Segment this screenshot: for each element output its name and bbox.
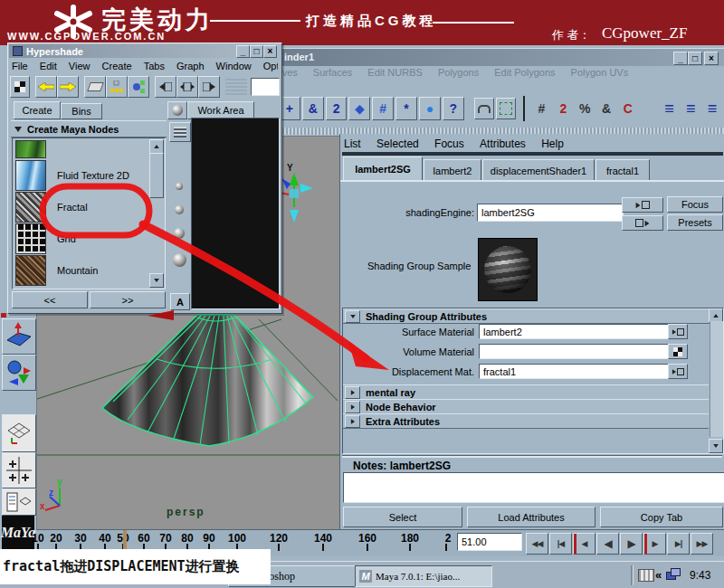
graph-materials-icon[interactable] bbox=[128, 76, 149, 98]
link-dot-icon[interactable]: % bbox=[575, 98, 595, 119]
menu-polygons[interactable]: Polygons bbox=[438, 67, 479, 78]
show-manip-tool-button[interactable] bbox=[2, 355, 36, 391]
node-item-fractal[interactable]: Fractal bbox=[15, 192, 88, 223]
maximize-button[interactable]: □ bbox=[250, 45, 263, 58]
tray-collapse-icon[interactable]: « bbox=[655, 568, 662, 582]
tab-bins[interactable]: Bins bbox=[61, 103, 102, 119]
curve-tool-icon[interactable]: & bbox=[302, 97, 324, 120]
surface-material-field[interactable]: lambert2 bbox=[479, 324, 672, 339]
cone-object[interactable] bbox=[102, 313, 313, 446]
minimize-button[interactable]: _ bbox=[236, 45, 250, 58]
current-time-field[interactable]: 51.00 bbox=[457, 533, 522, 551]
hs-menu-options[interactable]: Opti bbox=[263, 61, 278, 71]
break-link-icon[interactable]: & bbox=[596, 98, 616, 119]
ae-menu-selected[interactable]: Selected bbox=[376, 138, 419, 150]
nav-next-button[interactable]: >> bbox=[90, 291, 166, 308]
swatch-size-icon-1[interactable] bbox=[171, 179, 187, 194]
magnet-icon[interactable]: C bbox=[618, 98, 638, 119]
taskbar-maya-button[interactable]: M Maya 7.0.1: E:\jiao... bbox=[355, 565, 492, 587]
sphere-toggle-button[interactable] bbox=[167, 101, 187, 119]
input-connections-icon[interactable] bbox=[155, 76, 176, 98]
list-scrollbar-thumb[interactable] bbox=[149, 153, 164, 198]
connect-output-button[interactable] bbox=[622, 215, 663, 231]
swatch-size-icon-3[interactable] bbox=[171, 226, 187, 241]
minimize-button[interactable]: _ bbox=[673, 52, 688, 65]
displacement-material-field[interactable]: fractal1 bbox=[479, 364, 672, 379]
grid-view-icon[interactable] bbox=[169, 122, 191, 142]
lattice-tool-icon[interactable]: # bbox=[372, 97, 394, 120]
section-node-behavior[interactable]: Node Behavior bbox=[343, 399, 709, 414]
notes-textarea[interactable] bbox=[343, 472, 724, 503]
hs-menu-tabs[interactable]: Tabs bbox=[144, 61, 165, 71]
hypershade-titlebar[interactable]: Hypershade _ □ × bbox=[9, 44, 279, 58]
go-to-start-button[interactable]: ◀◀ bbox=[526, 533, 548, 555]
play-forwards-button[interactable]: ▶ bbox=[620, 533, 643, 555]
shading-group-sample-swatch[interactable] bbox=[478, 238, 538, 301]
hs-menu-edit[interactable]: Edit bbox=[40, 61, 57, 71]
help-tool-icon[interactable]: ? bbox=[443, 97, 464, 120]
tab-lambert2sg[interactable]: lambert2SG bbox=[343, 156, 423, 182]
checker-swatch-icon[interactable] bbox=[10, 76, 30, 98]
text-toggle-button[interactable]: A bbox=[170, 293, 190, 310]
close-button[interactable]: × bbox=[263, 45, 277, 58]
focus-button[interactable]: Focus bbox=[667, 196, 723, 213]
move-manipulator[interactable] bbox=[280, 173, 313, 223]
nav-prev-button[interactable]: << bbox=[12, 291, 88, 308]
hs-menu-create[interactable]: Create bbox=[102, 61, 132, 71]
both-connections-icon[interactable] bbox=[176, 76, 198, 98]
ae-menu-help[interactable]: Help bbox=[541, 138, 564, 150]
create-maya-nodes-header[interactable]: Create Maya Nodes bbox=[11, 120, 167, 138]
output-connections-icon[interactable] bbox=[198, 76, 220, 98]
select-button[interactable]: Select bbox=[343, 507, 462, 527]
presets-button[interactable]: Presets bbox=[667, 214, 723, 231]
clear-graph-icon[interactable] bbox=[84, 76, 106, 98]
sphere-tool-icon[interactable]: ● bbox=[419, 97, 441, 120]
copy-tab-button[interactable]: Copy Tab bbox=[600, 507, 723, 527]
swatch-size-icon-4[interactable] bbox=[171, 251, 187, 268]
hs-menu-window[interactable]: Window bbox=[216, 61, 252, 71]
expand-arrow-icon[interactable] bbox=[345, 401, 360, 413]
volume-material-field[interactable] bbox=[479, 344, 672, 359]
step-back-button[interactable]: ◀ bbox=[573, 533, 595, 555]
hs-menu-graph[interactable]: Graph bbox=[176, 61, 205, 71]
section-shading-group-attributes[interactable]: Shading Group Attributes bbox=[343, 308, 723, 324]
rearrange-graph-icon[interactable] bbox=[106, 76, 128, 98]
layout-split-pane-button[interactable] bbox=[2, 488, 36, 516]
chain-icon[interactable]: 2 bbox=[553, 98, 573, 119]
main-window-titlebar[interactable]: inder1 _ □ × bbox=[272, 48, 724, 66]
channel-list-icon-2[interactable]: ≡ bbox=[681, 98, 700, 119]
load-attributes-button[interactable]: Load Attributes bbox=[467, 507, 595, 527]
work-area-panel[interactable] bbox=[191, 118, 280, 309]
expand-arrow-icon[interactable] bbox=[345, 415, 360, 428]
ae-menu-focus[interactable]: Focus bbox=[434, 138, 464, 150]
ae-scroll-down-button[interactable] bbox=[709, 439, 723, 453]
list-scroll-down-button[interactable] bbox=[149, 273, 164, 288]
close-button[interactable]: × bbox=[704, 52, 719, 65]
ae-scrollbar-track[interactable] bbox=[710, 321, 723, 437]
restore-button[interactable]: □ bbox=[688, 52, 702, 65]
expand-arrow-icon[interactable] bbox=[345, 386, 360, 399]
lock-icon[interactable] bbox=[474, 98, 494, 119]
section-extra-attributes[interactable]: Extra Attributes bbox=[343, 413, 709, 429]
tab-displacementshader1[interactable]: displacementShader1 bbox=[482, 159, 595, 182]
hs-menu-file[interactable]: File bbox=[12, 61, 28, 71]
surface-material-connect-button[interactable] bbox=[668, 324, 688, 339]
go-to-end-button[interactable]: ▶▶ bbox=[691, 533, 713, 555]
forward-arrow-icon[interactable] bbox=[57, 76, 79, 98]
list-scroll-up-button[interactable] bbox=[149, 139, 164, 154]
channel-list-icon-1[interactable]: ≡ bbox=[660, 98, 680, 119]
node-item-mountain[interactable]: Mountain bbox=[15, 255, 98, 286]
play-backwards-button[interactable]: ◀ bbox=[596, 533, 619, 555]
prev-key-button[interactable]: |◀ bbox=[549, 533, 572, 555]
node-item-partial[interactable] bbox=[15, 140, 46, 158]
manip-tool-button[interactable] bbox=[2, 318, 36, 355]
displacement-material-connect-button[interactable] bbox=[668, 364, 688, 379]
menu-polygon-uvs[interactable]: Polygon UVs bbox=[571, 67, 629, 78]
marquee-select-icon[interactable] bbox=[496, 98, 516, 119]
tab-fractal1[interactable]: fractal1 bbox=[595, 159, 650, 182]
volume-material-map-button[interactable] bbox=[668, 344, 688, 359]
node-item-grid[interactable]: Grid bbox=[15, 223, 76, 254]
next-key-button[interactable]: ▶| bbox=[667, 533, 690, 555]
star-tool-icon[interactable]: * bbox=[395, 97, 417, 120]
node-item-fluid-texture-2d[interactable]: Fluid Texture 2D bbox=[15, 160, 129, 191]
